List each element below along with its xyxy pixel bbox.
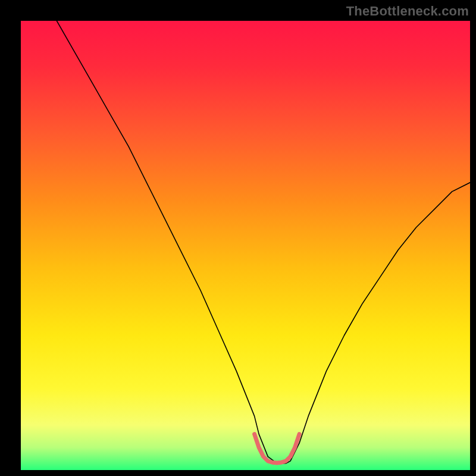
chart-frame: TheBottleneck.com bbox=[0, 0, 476, 476]
plot-area bbox=[21, 21, 470, 470]
bottleneck-chart bbox=[21, 21, 470, 470]
gradient-background bbox=[21, 21, 470, 470]
attribution-label: TheBottleneck.com bbox=[346, 4, 469, 19]
